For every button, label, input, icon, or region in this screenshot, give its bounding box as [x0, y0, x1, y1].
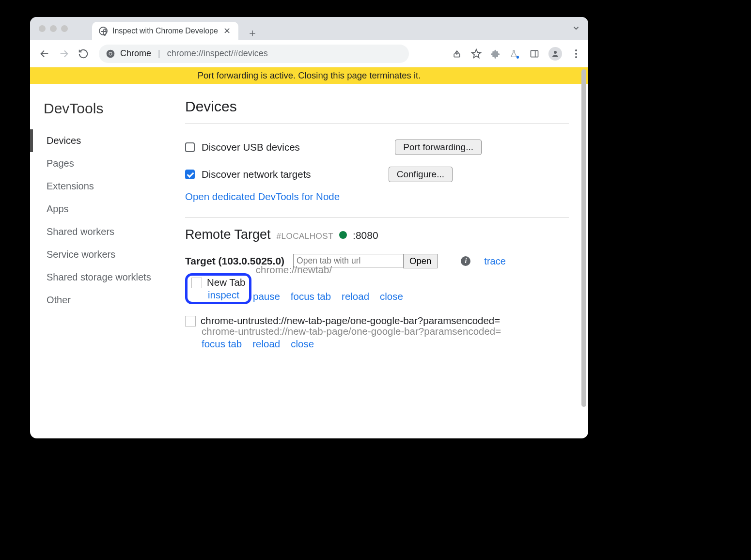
url-separator: | [156, 48, 162, 59]
reload-link[interactable]: reload [252, 338, 280, 350]
sidebar-item-other[interactable]: Other [30, 289, 185, 311]
remote-target-entry: chrome-untrusted://new-tab-page/one-goog… [185, 315, 569, 350]
share-icon[interactable] [452, 48, 462, 59]
extensions-icon[interactable] [490, 48, 501, 59]
minimize-window-icon[interactable] [50, 25, 57, 32]
sidebar-item-shared-storage-worklets[interactable]: Shared storage worklets [30, 266, 185, 289]
svg-point-4 [110, 52, 112, 55]
chrome-logo-icon [106, 49, 115, 59]
main-panel: Devices Discover USB devices Port forwar… [185, 84, 588, 438]
sidebar-item-pages[interactable]: Pages [30, 152, 185, 175]
new-tab-button[interactable]: ＋ [245, 26, 260, 40]
reload-button[interactable] [76, 46, 91, 62]
target-header-row: Target (103.0.5025.0) Open i trace [185, 254, 569, 268]
close-link[interactable]: close [380, 291, 403, 302]
sidebar: DevTools Devices Pages Extensions Apps S… [30, 84, 185, 438]
sidebar-item-service-workers[interactable]: Service workers [30, 243, 185, 266]
content-area: Port forwarding is active. Closing this … [30, 67, 588, 438]
sidebar-title: DevTools [44, 100, 185, 117]
discover-usb-checkbox[interactable] [185, 142, 195, 152]
tab-thumbnail-icon [191, 278, 202, 288]
divider [185, 124, 569, 124]
status-dot-icon [339, 231, 347, 239]
forward-button[interactable] [56, 46, 72, 62]
menu-icon[interactable] [571, 48, 581, 59]
remote-target-heading: Remote Target #LOCALHOST :8080 [185, 227, 569, 242]
profile-avatar-icon[interactable] [548, 47, 562, 61]
tab-thumbnail-icon [185, 316, 196, 327]
info-icon[interactable]: i [461, 256, 470, 266]
inspect-highlight: New Tab inspect [185, 273, 251, 304]
scrollbar-thumb[interactable] [581, 69, 586, 407]
port-forwarding-banner: Port forwarding is active. Closing this … [30, 67, 588, 84]
focus-tab-link[interactable]: focus tab [202, 338, 242, 350]
globe-icon [99, 27, 108, 35]
address-bar[interactable]: Chrome | chrome://inspect/#devices [99, 45, 409, 63]
side-panel-icon[interactable] [529, 48, 540, 59]
trace-link[interactable]: trace [484, 256, 505, 267]
maximize-window-icon[interactable] [61, 25, 68, 32]
close-tab-icon[interactable]: ✕ [223, 27, 232, 35]
scrollbar[interactable] [580, 69, 587, 436]
entry-url: chrome-untrusted://new-tab-page/one-goog… [202, 326, 569, 337]
browser-window: Inspect with Chrome Develope ✕ ＋ Chrome … [30, 17, 588, 438]
titlebar: Inspect with Chrome Develope ✕ ＋ [30, 17, 588, 40]
configure-button[interactable]: Configure... [389, 167, 453, 182]
url-scheme-label: Chrome [120, 48, 151, 59]
entry-title: chrome-untrusted://new-tab-page/one-goog… [201, 315, 500, 327]
discover-usb-label: Discover USB devices [202, 141, 300, 153]
entry-url: chrome://newtab/ [256, 264, 332, 275]
pause-link[interactable]: pause [253, 291, 280, 302]
page-heading: Devices [185, 98, 569, 115]
svg-rect-8 [531, 50, 538, 57]
sidebar-item-devices[interactable]: Devices [30, 129, 185, 152]
browser-tab[interactable]: Inspect with Chrome Develope ✕ [92, 22, 238, 40]
focus-tab-link[interactable]: focus tab [291, 291, 331, 302]
remote-target-entry: New Tab inspect chrome://newtab/ pause f… [185, 273, 569, 317]
remote-target-title: Remote Target [185, 227, 271, 242]
divider [185, 217, 569, 218]
discover-network-row: Discover network targets Configure... [185, 161, 569, 188]
traffic-lights [30, 25, 68, 32]
tab-title: Inspect with Chrome Develope [112, 27, 218, 35]
tabs-dropdown-icon[interactable] [572, 24, 580, 32]
toolbar: Chrome | chrome://inspect/#devices [30, 40, 588, 67]
sidebar-item-extensions[interactable]: Extensions [30, 175, 185, 198]
entry-title: New Tab [207, 277, 245, 288]
remote-host-label: #LOCALHOST [277, 232, 333, 241]
discover-usb-row: Discover USB devices Port forwarding... [185, 134, 569, 161]
discover-network-label: Discover network targets [202, 169, 311, 180]
sidebar-item-shared-workers[interactable]: Shared workers [30, 220, 185, 243]
close-window-icon[interactable] [39, 25, 46, 32]
url-text: chrome://inspect/#devices [167, 48, 268, 59]
svg-point-10 [554, 51, 557, 54]
inspect-link[interactable]: inspect [208, 289, 239, 301]
discover-network-checkbox[interactable] [185, 170, 195, 179]
sidebar-item-apps[interactable]: Apps [30, 198, 185, 220]
port-forwarding-button[interactable]: Port forwarding... [395, 140, 482, 155]
reload-link[interactable]: reload [342, 291, 369, 302]
close-link[interactable]: close [291, 338, 314, 350]
tab-strip: Inspect with Chrome Develope ✕ ＋ [92, 17, 260, 40]
remote-port: :8080 [353, 230, 378, 241]
labs-icon[interactable] [510, 48, 520, 59]
open-tab-button[interactable]: Open [403, 254, 438, 268]
node-devtools-link[interactable]: Open dedicated DevTools for Node [185, 191, 340, 202]
svg-marker-7 [472, 49, 481, 57]
bookmark-star-icon[interactable] [471, 48, 482, 59]
toolbar-actions [452, 47, 581, 61]
back-button[interactable] [37, 46, 52, 62]
